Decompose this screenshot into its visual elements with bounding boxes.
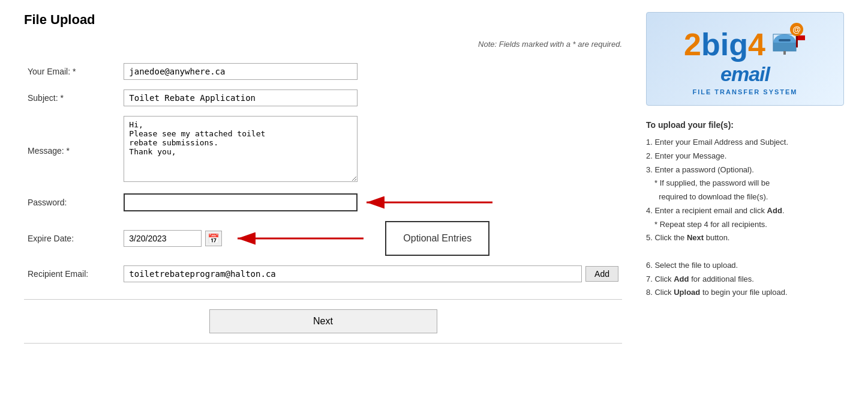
logo-4: 4	[748, 26, 765, 62]
recipient-email-input[interactable]	[124, 265, 582, 282]
subject-field-cell	[120, 85, 622, 111]
top-divider	[24, 299, 622, 300]
password-arrow-container	[124, 193, 358, 211]
logo-email-row: email	[656, 62, 834, 86]
message-field-cell: Hi, Please see my attached toilet rebate…	[120, 111, 622, 189]
expire-date-label: Expire Date:	[24, 216, 120, 261]
subject-row: Subject: *	[24, 85, 622, 111]
email-label: Your Email: *	[24, 58, 120, 85]
next-button-row: Next	[24, 309, 622, 333]
password-input[interactable]	[124, 193, 358, 211]
subject-input[interactable]	[124, 89, 358, 106]
step-2: 2. Enter your Message.	[646, 150, 844, 163]
logo-box: 2 big 4 @	[646, 12, 844, 106]
recipient-email-label: Recipient Email:	[24, 261, 120, 287]
instructions-list: 1. Enter your Email Address and Subject.…	[646, 136, 844, 300]
message-textarea[interactable]: Hi, Please see my attached toilet rebate…	[124, 116, 358, 182]
step-6: 6. Select the file to upload.	[646, 259, 844, 273]
bottom-divider	[24, 343, 622, 344]
svg-rect-3	[773, 43, 796, 51]
logo-2: 2	[684, 26, 701, 62]
password-row: Password:	[24, 189, 622, 216]
main-container: File Upload Note: Fields marked with a *…	[24, 12, 844, 351]
red-arrow-password	[361, 184, 498, 220]
step-3a: * If supplied, the password will be requ…	[646, 177, 844, 204]
email-row: Your Email: *	[24, 58, 622, 85]
svg-text:@: @	[792, 25, 801, 34]
svg-rect-5	[779, 39, 791, 41]
add-recipient-button[interactable]: Add	[585, 266, 618, 282]
logo-big: big	[701, 26, 748, 62]
file-transfer-label: FILE TRANSFER SYSTEM	[656, 88, 834, 95]
page-title: File Upload	[24, 12, 622, 28]
email-input[interactable]	[124, 63, 358, 80]
form-table: Your Email: * Subject: * Message: *	[24, 58, 622, 287]
expire-date-field-cell: 📅	[120, 216, 622, 261]
message-row: Message: * Hi, Please see my attached to…	[24, 111, 622, 189]
password-field-cell	[120, 189, 622, 216]
svg-rect-7	[798, 35, 805, 40]
calendar-icon[interactable]: 📅	[205, 231, 222, 246]
step-4: 4. Enter a recipient email and click Add…	[646, 204, 844, 218]
step-8: 8. Click Upload to begin your file uploa…	[646, 286, 844, 300]
svg-rect-10	[783, 51, 786, 55]
required-note: Note: Fields marked with a * are require…	[24, 40, 622, 49]
step-4a: * Repeat step 4 for all recipients.	[646, 218, 844, 232]
red-arrow-date	[232, 226, 370, 250]
next-button[interactable]: Next	[209, 309, 437, 333]
step-3: 3. Enter a password (Optional).	[646, 163, 844, 177]
logo-top-row: 2 big 4 @	[656, 22, 834, 62]
instructions-title: To upload your file(s):	[646, 120, 844, 130]
optional-entries-box: Optional Entries	[385, 221, 489, 256]
subject-label: Subject: *	[24, 85, 120, 111]
optional-entries-label: Optional Entries	[403, 233, 471, 243]
recipient-email-field-cell: Add	[120, 261, 622, 287]
step-1: 1. Enter your Email Address and Subject.	[646, 136, 844, 150]
email-field-cell	[120, 58, 622, 85]
sidebar-section: 2 big 4 @	[646, 12, 844, 351]
recipient-email-row: Recipient Email: Add	[24, 261, 622, 287]
password-label: Password:	[24, 189, 120, 216]
logo-email: email	[720, 62, 770, 86]
svg-rect-6	[796, 35, 798, 47]
message-label: Message: *	[24, 111, 120, 189]
mailbox-icon: @	[770, 22, 806, 55]
step-7: 7. Click Add for additional files.	[646, 273, 844, 286]
expire-date-input[interactable]	[124, 230, 202, 247]
expire-date-row: Expire Date: 📅	[24, 216, 622, 261]
form-section: File Upload Note: Fields marked with a *…	[24, 12, 622, 351]
date-row-inner: 📅	[124, 221, 618, 256]
recipient-row-inner: Add	[124, 265, 618, 282]
step-5: 5. Click the Next button.	[646, 231, 844, 245]
